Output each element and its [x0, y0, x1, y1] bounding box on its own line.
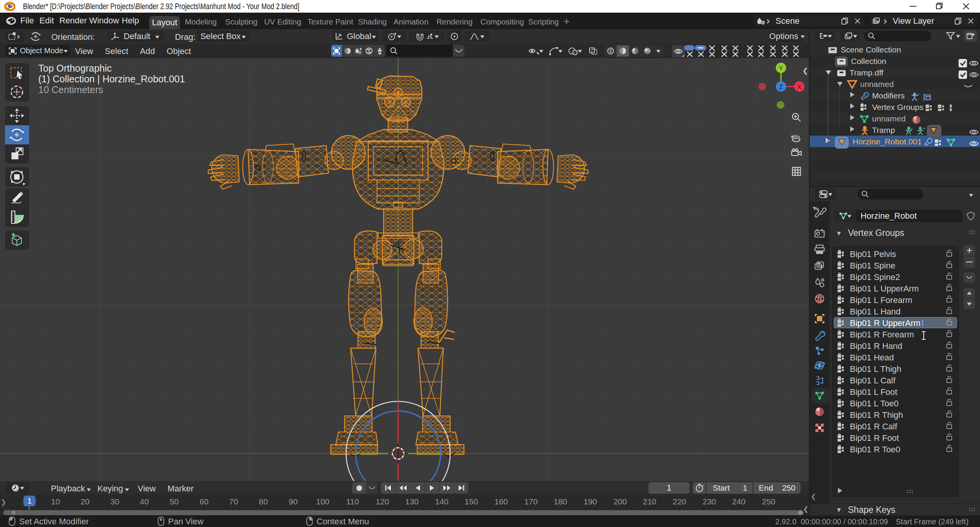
svg-text:Bip01 R Hand: Bip01 R Hand [850, 341, 902, 351]
svg-text:Tramp.dff: Tramp.dff [849, 68, 884, 77]
svg-text:Bip01 Pelvis: Bip01 Pelvis [850, 249, 896, 259]
svg-text:Bip01 R UpperArm: Bip01 R UpperArm [850, 318, 921, 328]
svg-text:Vertex Groups: Vertex Groups [872, 103, 923, 111]
svg-text:Bip01 R Foot: Bip01 R Foot [850, 433, 899, 443]
svg-text:Collection: Collection [851, 57, 886, 65]
svg-text:Bip01 L UpperArm: Bip01 L UpperArm [850, 284, 919, 293]
svg-text:Y: Y [779, 65, 783, 72]
svg-text:X: X [797, 83, 801, 91]
svg-text:Bip01 L Thigh: Bip01 L Thigh [850, 364, 902, 374]
svg-text:Bip01 Spine2: Bip01 Spine2 [850, 272, 900, 282]
svg-text:Bip01 L Toe0: Bip01 L Toe0 [850, 399, 898, 408]
svg-text:Bip01 L Foot: Bip01 L Foot [850, 387, 897, 397]
svg-text:Bip01 R Toe0: Bip01 R Toe0 [850, 445, 900, 454]
svg-text:Bip01 L Calf: Bip01 L Calf [850, 376, 896, 385]
svg-text:unnamed: unnamed [860, 80, 894, 88]
svg-text:Bip01 R Calf: Bip01 R Calf [850, 422, 897, 431]
svg-text:Scene Collection: Scene Collection [841, 45, 901, 54]
svg-text:Bip01 L Forearm: Bip01 L Forearm [850, 295, 912, 305]
svg-text:unnamed: unnamed [872, 114, 906, 123]
svg-text:Horzine_Robot.001: Horzine_Robot.001 [853, 137, 922, 146]
svg-text:Bip01 Spine: Bip01 Spine [850, 261, 895, 270]
svg-text:Bip01 Head: Bip01 Head [850, 353, 894, 362]
svg-text:Bip01 R Thigh: Bip01 R Thigh [850, 410, 903, 420]
svg-text:Tramp: Tramp [872, 126, 895, 134]
svg-text:Bip01 L Hand: Bip01 L Hand [850, 307, 901, 316]
svg-text:Z: Z [779, 83, 783, 91]
svg-text:Modifiers: Modifiers [872, 91, 905, 100]
svg-text:Bip01 R Forearm: Bip01 R Forearm [850, 330, 914, 339]
